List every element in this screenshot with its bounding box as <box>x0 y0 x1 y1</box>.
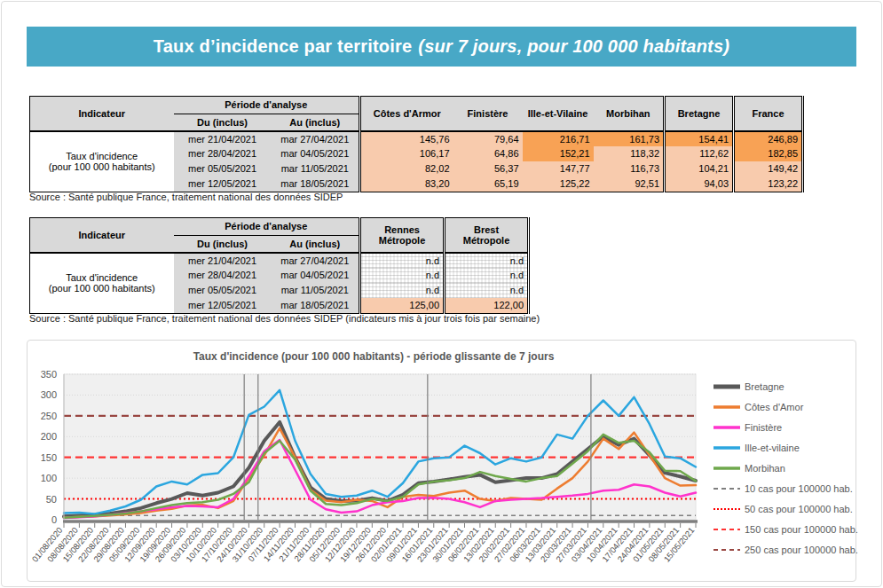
value-cell: 149,42 <box>734 161 803 176</box>
value-cell: 118,32 <box>594 146 665 161</box>
value-cell: 92,51 <box>594 176 665 192</box>
period-start: mer 12/05/2021 <box>174 176 272 192</box>
col-header-du: Du (inclus) <box>174 114 272 132</box>
legend-item-morbihan: Morbihan <box>713 458 855 478</box>
value-cell: 125,00 <box>360 298 445 313</box>
value-cell: 106,17 <box>360 146 453 161</box>
value-cell: 246,89 <box>734 131 803 146</box>
period-end: mar 18/05/2021 <box>272 176 360 192</box>
legend-label: Côtes d'Amor <box>745 402 803 412</box>
col-header-bretagne: Bretagne <box>665 97 734 132</box>
col-header-brest-metropole: Brest Métropole <box>445 218 529 254</box>
legend-label: 150 cas pour 100000 hab. <box>745 524 858 535</box>
legend-line-swatch <box>713 424 741 431</box>
value-cell: n.d <box>360 283 445 298</box>
period-start: mer 28/04/2021 <box>174 146 272 161</box>
value-cell: 152,21 <box>523 146 594 161</box>
value-cell: 65,19 <box>453 176 523 192</box>
col-header-finistere: Finistère <box>453 97 523 132</box>
legend-line-swatch <box>713 444 741 451</box>
col-header-indicateur: Indicateur <box>30 218 174 254</box>
col-header-cotes-darmor: Côtes d'Armor <box>360 97 453 132</box>
col-header-morbihan: Morbihan <box>594 97 665 132</box>
col-header-au: Au (inclus) <box>272 114 360 132</box>
y-axis-label: 200 <box>41 431 57 442</box>
value-cell: 125,22 <box>523 176 594 192</box>
incidence-chart-panel: Taux d'incidence (pour 100 000 habitants… <box>27 340 856 582</box>
value-cell: 79,64 <box>453 131 523 146</box>
legend-label: Bretagne <box>745 381 784 392</box>
incidence-table-departments: Indicateur Période d'analyse Côtes d'Arm… <box>29 96 804 192</box>
value-cell: n.d <box>445 283 529 298</box>
source-note-1: Source : Santé publique France, traiteme… <box>29 192 343 202</box>
legend-line-swatch <box>713 526 741 533</box>
value-cell: 83,20 <box>360 176 453 192</box>
value-cell: 116,73 <box>594 161 665 176</box>
period-start: mer 12/05/2021 <box>174 298 272 313</box>
period-start: mer 21/04/2021 <box>174 253 272 268</box>
legend-label: 250 cas pour 100000 hab. <box>745 545 858 555</box>
legend-label: 10 cas pour 100000 hab. <box>745 483 853 494</box>
legend-line-swatch <box>713 404 741 411</box>
value-cell: 104,21 <box>665 161 734 176</box>
col-header-indicateur: Indicateur <box>30 97 174 132</box>
col-header-rennes-metropole: Rennes Métropole <box>360 218 445 254</box>
legend-item-c-tes-d-amor: Côtes d'Amor <box>713 396 855 417</box>
row-label-indicateur: Taux d'incidence (pour 100 000 habitants… <box>30 253 174 313</box>
value-cell: n.d <box>360 268 445 283</box>
value-cell: 112,62 <box>665 146 734 161</box>
value-cell: 56,37 <box>453 161 523 176</box>
period-end: mar 04/05/2021 <box>272 268 360 283</box>
legend-line-swatch <box>713 485 741 492</box>
legend-label: Finistère <box>745 422 782 433</box>
value-cell: 122,00 <box>445 298 529 313</box>
y-axis-label: 300 <box>41 389 57 400</box>
legend-label: Ille-et-vilaine <box>745 443 800 453</box>
legend-item-bretagne: Bretagne <box>713 376 855 396</box>
y-axis-label: 350 <box>41 369 57 380</box>
page-subtitle: (sur 7 jours, pour 100 000 habitants) <box>418 36 729 57</box>
value-cell: 161,73 <box>594 131 665 146</box>
value-cell: 216,71 <box>523 131 594 146</box>
col-header-france: France <box>734 97 803 132</box>
col-header-ille-et-vilaine: Ille-et-Vilaine <box>523 97 594 132</box>
legend-line-swatch <box>713 465 741 472</box>
value-cell: 145,76 <box>360 131 453 146</box>
legend-item-threshold-150: 150 cas pour 100000 hab. <box>713 519 855 539</box>
value-cell: 154,41 <box>665 131 734 146</box>
y-axis-label: 250 <box>41 411 57 421</box>
period-start: mer 28/04/2021 <box>174 268 272 283</box>
value-cell: n.d <box>360 253 445 268</box>
col-header-au: Au (inclus) <box>272 236 360 254</box>
period-start: mer 05/05/2021 <box>174 161 272 176</box>
legend-line-swatch <box>713 506 741 513</box>
period-end: mar 27/04/2021 <box>272 131 360 146</box>
row-label-indicateur: Taux d'incidence (pour 100 000 habitants… <box>30 131 174 192</box>
legend-item-ille-et-vilaine: Ille-et-vilaine <box>713 437 855 458</box>
y-axis-label: 100 <box>41 473 57 483</box>
period-end: mar 04/05/2021 <box>272 146 360 161</box>
page-title-banner: Taux d’incidence par territoire (sur 7 j… <box>27 27 856 67</box>
value-cell: 64,86 <box>453 146 523 161</box>
value-cell: 94,03 <box>665 176 734 192</box>
value-cell: 82,02 <box>360 161 453 176</box>
incidence-report-page: { "banner": { "title": "Taux d’incidence… <box>0 0 883 588</box>
period-end: mar 27/04/2021 <box>272 253 360 268</box>
value-cell: n.d <box>445 253 529 268</box>
source-note-2: Source : Santé publique France, traiteme… <box>29 313 540 324</box>
y-axis-label: 0 <box>51 514 57 525</box>
value-cell: 147,77 <box>523 161 594 176</box>
period-end: mar 11/05/2021 <box>272 283 360 298</box>
legend-item-finist-re: Finistère <box>713 417 855 437</box>
page-title: Taux d’incidence par territoire <box>154 36 412 57</box>
legend-item-threshold-50: 50 cas pour 100000 hab. <box>713 498 855 519</box>
chart-title: Taux d'incidence (pour 100 000 habitants… <box>28 350 720 363</box>
legend-label: 50 cas pour 100000 hab. <box>745 504 853 514</box>
value-cell: 123,22 <box>734 176 803 192</box>
value-cell: n.d <box>445 268 529 283</box>
period-end: mar 11/05/2021 <box>272 161 360 176</box>
chart-legend: BretagneCôtes d'AmorFinistèreIlle-et-vil… <box>713 376 855 560</box>
legend-item-threshold-250: 250 cas pour 100000 hab. <box>713 539 855 560</box>
y-axis-label: 150 <box>41 452 57 463</box>
y-axis-label: 50 <box>46 494 57 505</box>
